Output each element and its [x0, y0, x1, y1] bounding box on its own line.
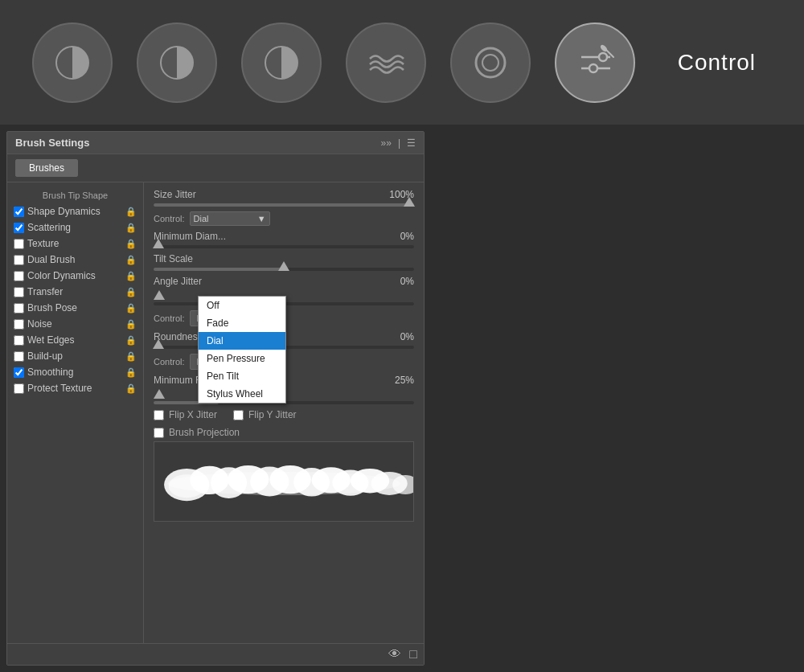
- size-control-dropdown-menu[interactable]: Off Fade Dial Pen Pressure Pen Tilt Styl…: [198, 296, 286, 404]
- checkbox-build-up[interactable]: [14, 351, 24, 362]
- angle-control-label: Control:: [154, 313, 185, 323]
- size-control-value: Dial: [194, 214, 209, 223]
- svg-point-4: [482, 55, 498, 71]
- sidebar-item-texture[interactable]: Texture 🔒: [7, 236, 143, 252]
- roundness-jitter-value: 0%: [386, 331, 414, 342]
- sidebar-item-shape-dynamics[interactable]: Shape Dynamics 🔒: [7, 203, 143, 219]
- dropdown-option-pen-tilt[interactable]: Pen Tilt: [199, 367, 285, 385]
- checkbox-flip-x[interactable]: [154, 410, 164, 420]
- brush-projection-row: Brush Projection: [154, 427, 414, 438]
- brush-preset-4[interactable]: [346, 23, 426, 103]
- dropdown-option-fade[interactable]: Fade: [199, 314, 285, 332]
- lock-icon-brush-pose: 🔒: [125, 303, 137, 313]
- checkbox-brush-pose[interactable]: [14, 303, 24, 313]
- lock-icon-wet-edges: 🔒: [125, 335, 137, 346]
- min-roundness-value: 25%: [386, 375, 414, 386]
- lock-icon-color-dynamics: 🔒: [125, 271, 137, 281]
- panel-menu-icon[interactable]: ☰: [407, 137, 416, 149]
- brush-stroke-svg: [154, 442, 413, 521]
- label-texture: Texture: [27, 238, 122, 249]
- min-diameter-slider[interactable]: [154, 245, 414, 248]
- half-circle-icon: [52, 43, 92, 83]
- lock-icon-texture: 🔒: [125, 239, 137, 249]
- checkbox-shape-dynamics[interactable]: [14, 207, 24, 217]
- angle-jitter-label: Angle Jitter: [154, 276, 379, 287]
- checkbox-flip-y[interactable]: [233, 410, 244, 420]
- angle-jitter-triangle: [154, 290, 165, 300]
- waves-icon: [366, 43, 406, 83]
- control-label: Control: [678, 50, 756, 76]
- min-diameter-thumb[interactable]: [153, 239, 164, 248]
- flip-x-row: Flip X Jitter: [154, 409, 217, 420]
- min-diameter-track: [154, 245, 414, 248]
- checkbox-smoothing[interactable]: [14, 367, 24, 378]
- label-smoothing: Smoothing: [27, 367, 122, 378]
- label-brush-pose: Brush Pose: [27, 302, 122, 313]
- sidebar-item-dual-brush[interactable]: Dual Brush 🔒: [7, 252, 143, 268]
- lock-icon-protect-texture: 🔒: [125, 383, 137, 394]
- checkbox-wet-edges[interactable]: [14, 335, 24, 346]
- panel-body: Brush Tip Shape Shape Dynamics 🔒 Scatter…: [7, 182, 424, 643]
- panel-header: Brush Settings »» | ☰: [7, 132, 424, 154]
- panel-divider: |: [398, 137, 400, 149]
- brush-settings-icon: [575, 43, 615, 83]
- lock-icon-smoothing: 🔒: [125, 367, 137, 378]
- min-diameter-label: Minimum Diam...: [154, 231, 379, 242]
- right-empty-area: [431, 125, 804, 672]
- sidebar-item-wet-edges[interactable]: Wet Edges 🔒: [7, 332, 143, 348]
- new-brush-icon[interactable]: □: [409, 647, 417, 662]
- size-jitter-slider[interactable]: [154, 203, 414, 207]
- tilt-scale-slider[interactable]: [154, 268, 414, 271]
- size-jitter-thumb[interactable]: [404, 197, 415, 207]
- checkbox-scattering[interactable]: [14, 223, 24, 233]
- dropdown-option-pen-pressure[interactable]: Pen Pressure: [199, 350, 285, 367]
- min-diameter-row: Minimum Diam... 0%: [154, 231, 414, 242]
- half-circle-icon-3: [261, 43, 302, 83]
- sidebar-item-noise[interactable]: Noise 🔒: [7, 316, 143, 332]
- sidebar-item-transfer[interactable]: Transfer 🔒: [7, 284, 143, 300]
- sidebar-item-brush-pose[interactable]: Brush Pose 🔒: [7, 300, 143, 316]
- checkbox-dual-brush[interactable]: [14, 255, 24, 265]
- dropdown-option-off[interactable]: Off: [199, 297, 285, 314]
- flip-x-label: Flip X Jitter: [169, 409, 217, 420]
- sidebar-item-build-up[interactable]: Build-up 🔒: [7, 348, 143, 364]
- checkbox-brush-projection[interactable]: [154, 428, 164, 438]
- dropdown-option-stylus-wheel[interactable]: Stylus Wheel: [199, 385, 285, 403]
- label-dual-brush: Dual Brush: [27, 254, 122, 265]
- top-toolbar: Control: [0, 0, 804, 125]
- lock-icon-noise: 🔒: [125, 319, 137, 330]
- checkbox-protect-texture[interactable]: [14, 383, 24, 394]
- checkbox-color-dynamics[interactable]: [14, 271, 24, 281]
- lock-icon-scattering: 🔒: [125, 223, 137, 233]
- checkbox-noise[interactable]: [14, 319, 24, 330]
- sidebar-item-protect-texture[interactable]: Protect Texture 🔒: [7, 380, 143, 396]
- label-scattering: Scattering: [27, 222, 122, 233]
- checkbox-transfer[interactable]: [14, 287, 24, 297]
- label-shape-dynamics: Shape Dynamics: [27, 206, 122, 217]
- brush-settings-button[interactable]: [555, 23, 635, 103]
- size-control-dropdown[interactable]: Dial ▼: [190, 211, 270, 226]
- sidebar-item-smoothing[interactable]: Smoothing 🔒: [7, 364, 143, 380]
- brush-preset-1[interactable]: [32, 23, 113, 103]
- sidebar-item-color-dynamics[interactable]: Color Dynamics 🔒: [7, 268, 143, 284]
- panel-expand-icon[interactable]: »»: [381, 137, 392, 149]
- sidebar-section-title: Brush Tip Shape: [7, 187, 143, 203]
- checkbox-texture[interactable]: [14, 239, 24, 249]
- dropdown-option-dial[interactable]: Dial: [199, 332, 285, 350]
- svg-point-3: [476, 48, 505, 77]
- label-color-dynamics: Color Dynamics: [27, 270, 122, 281]
- flip-y-row: Flip Y Jitter: [233, 409, 297, 420]
- sidebar-item-scattering[interactable]: Scattering 🔒: [7, 219, 143, 236]
- left-sidebar: Brush Tip Shape Shape Dynamics 🔒 Scatter…: [7, 182, 144, 643]
- brush-preset-5[interactable]: [450, 23, 531, 103]
- roundness-jitter-thumb[interactable]: [153, 339, 164, 349]
- tab-brushes[interactable]: Brushes: [15, 159, 78, 177]
- angle-jitter-row: Angle Jitter 0%: [154, 276, 414, 287]
- tilt-scale-thumb[interactable]: [278, 261, 289, 271]
- brush-preset-2[interactable]: [137, 23, 217, 103]
- brush-preset-3[interactable]: [241, 23, 322, 103]
- lock-icon-shape-dynamics: 🔒: [125, 207, 137, 217]
- label-protect-texture: Protect Texture: [27, 383, 122, 394]
- panel-bottom: 👁 □: [7, 643, 424, 665]
- eye-icon[interactable]: 👁: [388, 647, 401, 662]
